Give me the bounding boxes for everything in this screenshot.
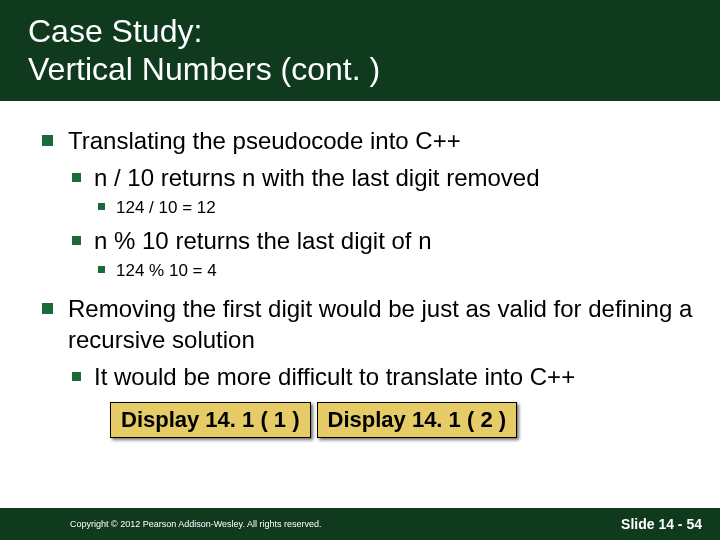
content-area: Translating the pseudocode into C++ n / … <box>0 103 720 438</box>
sub-bullet-1: It would be more difficult to translate … <box>68 361 700 392</box>
sub-bullet-1: n / 10 returns n with the last digit rem… <box>68 162 700 219</box>
sub-list: n / 10 returns n with the last digit rem… <box>68 162 700 283</box>
display-button-row: Display 14. 1 ( 1 ) Display 14. 1 ( 2 ) <box>110 402 700 438</box>
display-button-1[interactable]: Display 14. 1 ( 1 ) <box>110 402 311 438</box>
title-line-2: Vertical Numbers (cont. ) <box>28 51 380 87</box>
slide-number: Slide 14 - 54 <box>621 516 702 532</box>
bullet-list: Translating the pseudocode into C++ n / … <box>40 125 700 392</box>
sub-bullet-text: It would be more difficult to translate … <box>94 363 575 390</box>
footer-bar: Copyright © 2012 Pearson Addison-Wesley.… <box>0 508 720 540</box>
slide-title: Case Study: Vertical Numbers (cont. ) <box>28 12 720 89</box>
sub-bullet-text: n % 10 returns the last digit of n <box>94 227 432 254</box>
copyright-text: Copyright © 2012 Pearson Addison-Wesley.… <box>70 519 321 529</box>
title-line-1: Case Study: <box>28 13 202 49</box>
example-list: 124 % 10 = 4 <box>94 260 700 282</box>
bullet-item-1: Translating the pseudocode into C++ n / … <box>40 125 700 283</box>
example-item: 124 % 10 = 4 <box>94 260 700 282</box>
title-band: Case Study: Vertical Numbers (cont. ) <box>0 0 720 103</box>
sub-bullet-2: n % 10 returns the last digit of n 124 %… <box>68 225 700 282</box>
bullet-text: Removing the first digit would be just a… <box>68 295 692 353</box>
slide: Case Study: Vertical Numbers (cont. ) Tr… <box>0 0 720 540</box>
example-text: 124 / 10 = 12 <box>116 198 216 217</box>
display-button-2[interactable]: Display 14. 1 ( 2 ) <box>317 402 518 438</box>
sub-list: It would be more difficult to translate … <box>68 361 700 392</box>
bullet-text: Translating the pseudocode into C++ <box>68 127 461 154</box>
example-text: 124 % 10 = 4 <box>116 261 217 280</box>
example-list: 124 / 10 = 12 <box>94 197 700 219</box>
example-item: 124 / 10 = 12 <box>94 197 700 219</box>
sub-bullet-text: n / 10 returns n with the last digit rem… <box>94 164 540 191</box>
bullet-item-2: Removing the first digit would be just a… <box>40 293 700 393</box>
